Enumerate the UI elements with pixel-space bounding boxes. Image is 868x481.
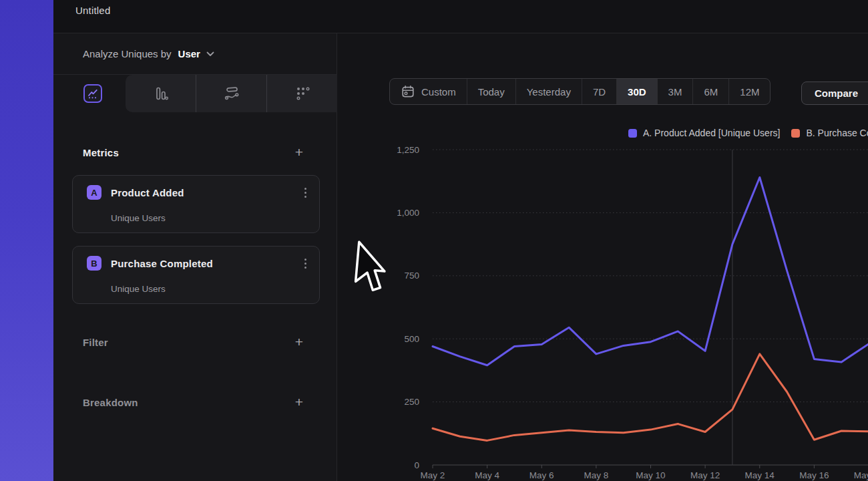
app-window: Untitled Analyze Uniques by User <box>0 0 868 481</box>
x-axis-tick-label: May 16 <box>799 470 829 480</box>
x-axis-tick-label: May 2 <box>421 470 445 480</box>
x-axis-tick-label: May 6 <box>529 470 554 480</box>
y-axis-tick-label: 750 <box>404 271 419 281</box>
y-axis-tick-label: 1,000 <box>397 208 419 218</box>
x-axis-tick-label: May 18 <box>854 470 868 480</box>
x-axis-tick-label: May 4 <box>475 470 499 480</box>
x-axis-tick-label: May 10 <box>636 470 665 480</box>
x-axis-tick-label: May 8 <box>584 470 608 480</box>
series-line-a[interactable] <box>433 178 868 365</box>
y-axis-tick-label: 250 <box>404 397 419 407</box>
x-axis-tick-label: May 12 <box>690 470 720 480</box>
x-axis-tick-label: May 14 <box>745 470 775 480</box>
line-chart-plot[interactable]: 02505007501,0001,250May 2May 4May 6May 8… <box>0 0 868 481</box>
y-axis-tick-label: 0 <box>414 460 419 470</box>
y-axis-tick-label: 500 <box>404 334 419 344</box>
y-axis-tick-label: 1,250 <box>397 145 419 155</box>
series-line-b[interactable] <box>433 354 868 441</box>
